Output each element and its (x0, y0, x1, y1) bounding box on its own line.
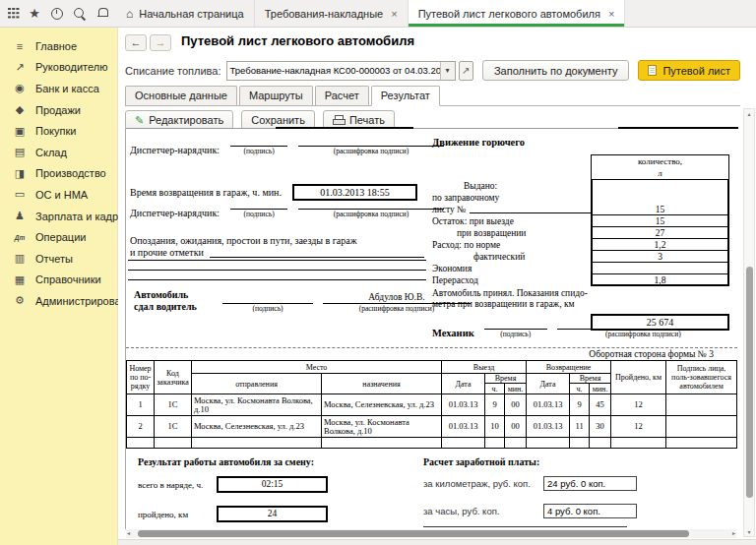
back-button[interactable]: ← (125, 34, 147, 51)
sidebar-item-label: Продажи (35, 104, 81, 116)
fuel-row-label: Выдано: (432, 181, 497, 192)
fuel-qty-header: количество, л (591, 154, 729, 180)
per-hours-label: за часы, руб. коп. (423, 506, 543, 516)
forward-button[interactable]: → (150, 34, 171, 51)
cell (442, 438, 485, 449)
sidebar-item-label: Операции (35, 231, 86, 243)
sidebar-item-label: Главное (35, 40, 77, 52)
dispatcher-row-1: Диспетчер-нарядчик: (подпись) (расшифров… (130, 145, 426, 155)
signature-caption: (подпись) (244, 210, 275, 218)
cell: 1С (155, 394, 192, 416)
open-link-icon[interactable]: ↗ (459, 61, 473, 81)
sidebar-item-label: Банк и касса (35, 83, 99, 94)
sidebar-item-label: Руководителю (35, 61, 107, 73)
horizontal-scrollbar-thumb[interactable] (138, 530, 689, 537)
cell: 12 (611, 416, 666, 438)
waybill-button[interactable]: Путевой лист (638, 60, 740, 81)
main-menu-icon[interactable] (8, 7, 19, 21)
edit-button[interactable]: ✎ Редактировать (125, 110, 233, 130)
odometer-label-line2: метра при возвращении в гараж, км (432, 299, 575, 309)
fuel-writeoff-label: Списание топлива: (125, 65, 221, 77)
toolbar-icons: ★ (0, 0, 116, 27)
sidebar-item-administration[interactable]: ⚙Администрирование (0, 290, 117, 312)
scroll-up-icon[interactable]: ▴ (744, 110, 754, 117)
cell: 9 (485, 394, 505, 416)
tab-main-data[interactable]: Основные данные (125, 86, 237, 105)
nav-buttons: ← → (125, 34, 171, 51)
trips-row-2: 2 1С Москва, Селезневская, ул. д.23 Моск… (127, 416, 737, 438)
signature-caption: (подпись) (244, 147, 275, 155)
sidebar-item-bank[interactable]: ◉Банк и касса (0, 78, 117, 99)
tab-result[interactable]: Результат (371, 86, 440, 106)
cell: Москва, Селезневская, ул. д.23 (192, 416, 322, 438)
tab-calculation[interactable]: Расчет (315, 86, 369, 105)
vertical-scrollbar[interactable]: ▴ ▾ (743, 108, 755, 537)
return-time-field[interactable]: 01.03.2013 18:55 (292, 184, 417, 201)
grid-icon (8, 8, 19, 19)
app-window: ★ ⌂ Начальная страница Требования-наклад… (0, 0, 756, 545)
sidebar-item-warehouse[interactable]: ▤Склад (0, 142, 117, 163)
delays-note-line2: и прочие отметки (130, 247, 204, 259)
fuel-movement-title: Движение горючего (432, 137, 525, 148)
blank-line (128, 260, 426, 261)
cell (570, 438, 590, 449)
history-icon[interactable] (50, 7, 63, 21)
tab-waybill[interactable]: Путевой лист легкового автомобиля × (409, 0, 626, 27)
tab-home[interactable]: ⌂ Начальная страница (116, 0, 255, 27)
tab-routes[interactable]: Маршруты (239, 86, 313, 105)
scroll-right-icon[interactable]: ▸ (732, 529, 735, 538)
cell: 01.03.13 (527, 416, 570, 438)
mechanic-label: Механик (432, 328, 474, 338)
cell (527, 438, 570, 449)
cell (590, 438, 611, 449)
col-hours: ч. (485, 384, 505, 394)
signature-decode-caption: (расшифровка подписи) (605, 330, 681, 338)
horizontal-scrollbar[interactable]: ◂ ▸ (126, 529, 736, 538)
sidebar-item-manager[interactable]: ↗Руководителю (0, 57, 117, 79)
fill-by-document-button[interactable]: Заполнить по документу (482, 60, 629, 81)
search-icon[interactable] (73, 7, 86, 21)
col-time: Время (485, 374, 527, 384)
notifications-bell-icon[interactable] (95, 7, 108, 21)
car-handed-label-line1: Автомобиль (134, 289, 188, 300)
sidebar-item-operations[interactable]: ДтОперации (0, 226, 117, 248)
sidebar-item-references[interactable]: ▦Справочники (0, 270, 117, 291)
close-icon[interactable]: × (391, 8, 397, 20)
sidebar-item-sales[interactable]: ◆Продажи (0, 99, 117, 121)
per-hours-field[interactable]: 4 руб. 0 коп. (543, 504, 637, 518)
favorites-star-icon[interactable]: ★ (29, 7, 40, 21)
cell: 1 (127, 394, 155, 416)
magnifier-icon (73, 7, 86, 20)
driver-name: Абдулов Ю.В. (368, 292, 424, 303)
duty-hours-field[interactable]: 02:15 (217, 476, 328, 493)
close-icon[interactable]: × (608, 8, 614, 20)
sidebar-item-label: Покупки (35, 125, 76, 137)
waybill-button-label: Путевой лист (662, 65, 730, 77)
sidebar-item-main[interactable]: ≡Главное (0, 35, 117, 57)
sidebar-item-salary[interactable]: ♟Зарплата и кадры (0, 206, 117, 227)
sidebar-item-purchases[interactable]: ▣Покупки (0, 120, 117, 142)
tab-requirements[interactable]: Требования-накладные × (255, 0, 409, 27)
scroll-down-icon[interactable]: ▾ (744, 528, 754, 535)
signature-decode-caption: (расшифровка подписи) (334, 147, 410, 155)
sidebar-item-fixed-assets[interactable]: ▭ОС и НМА (0, 184, 117, 206)
fuel-row: Перерасход1,8 (430, 274, 729, 286)
person-icon: ♟ (13, 210, 27, 222)
bottom-line (423, 526, 627, 527)
sidebar-item-reports[interactable]: ▥Отчеты (0, 248, 117, 270)
sidebar-item-label: Склад (35, 147, 67, 158)
cell: 01.03.13 (442, 416, 485, 438)
scroll-left-icon[interactable]: ◂ (127, 529, 130, 538)
odometer-label-line1: Автомобиль принял. Показания спидо- (432, 288, 588, 298)
vertical-scrollbar-thumb[interactable] (746, 267, 753, 498)
cell (666, 438, 737, 449)
per-km-field[interactable]: 24 руб. 0 коп. (543, 476, 637, 491)
form-bottom-section: Результат работы автомобиля за смену: вс… (126, 456, 737, 527)
cell: Москва, Селезневская, ул. д.23 (322, 394, 442, 416)
sidebar-item-production[interactable]: ◨Производство (0, 163, 117, 185)
chevron-down-icon[interactable]: ▾ (440, 62, 455, 80)
distance-field[interactable]: 24 (217, 506, 328, 522)
fuel-row-value: 15 (591, 204, 729, 215)
tab-requirements-label: Требования-накладные (265, 8, 384, 20)
fuel-writeoff-input[interactable]: Требование-накладная КС00-000003 от 04.0… (226, 61, 456, 81)
